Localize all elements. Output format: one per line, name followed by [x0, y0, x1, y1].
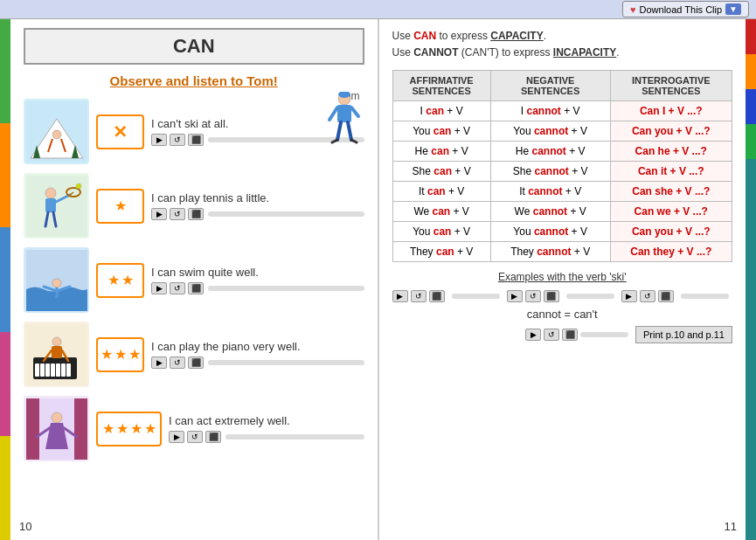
svg-rect-34: [45, 363, 50, 377]
int-5: Can she + V ...?: [610, 182, 732, 202]
grammar-table: AFFIRMATIVESENTENCES NEGATIVESENTENCES I…: [392, 70, 733, 262]
indicator-blue: [0, 227, 10, 331]
usage-line2: Use CANNOT (CAN'T) to express INCAPACITY…: [392, 45, 733, 61]
replay-btn-ex2[interactable]: ↺: [525, 290, 541, 302]
int-4: Can it + V ...?: [610, 162, 732, 182]
svg-rect-32: [35, 363, 39, 377]
print-row: ▶ ↺ ⬛ Print p.10 and p.11: [392, 326, 733, 343]
audio-controls-1: ▶ ↺ ⬛: [392, 290, 445, 302]
right-indicators: [746, 19, 756, 540]
pause-btn-act[interactable]: ⬛: [205, 431, 221, 443]
neg-1: I cannot + V: [490, 101, 610, 121]
aff-1: I can + V: [392, 101, 490, 121]
progress-piano: [208, 360, 364, 365]
audio-row-1: ▶ ↺ ⬛ ▶ ↺ ⬛ ▶ ↺ ⬛: [392, 290, 733, 302]
play-btn-ex1[interactable]: ▶: [392, 290, 408, 302]
replay-btn-swim[interactable]: ↺: [170, 282, 185, 294]
usage-text: Use CAN to express CAPACITY. Use CANNOT …: [392, 28, 733, 61]
examples-link[interactable]: Examples with the verb 'ski': [392, 271, 733, 283]
play-btn-cant[interactable]: ▶: [525, 329, 541, 341]
activity-image-tennis: [24, 173, 89, 239]
play-btn-ski[interactable]: ▶: [151, 134, 167, 146]
header-affirmative: AFFIRMATIVESENTENCES: [392, 71, 490, 101]
indicator-right-red: [746, 19, 756, 54]
indicator-right-green: [746, 124, 756, 159]
replay-btn-piano[interactable]: ↺: [170, 357, 185, 369]
svg-rect-2: [337, 105, 351, 122]
pause-btn-ski[interactable]: ⬛: [188, 134, 204, 146]
replay-btn-ski[interactable]: ↺: [170, 134, 185, 146]
audio-controls-cant: ▶ ↺ ⬛: [525, 329, 628, 341]
stars-box-tennis: ★: [96, 189, 144, 224]
activity-text-swim: I can swim quite well. ▶ ↺ ⬛: [151, 266, 364, 294]
neg-7: You cannot + V: [490, 222, 610, 242]
progress-swim: [208, 286, 364, 291]
controls-piano: ▶ ↺ ⬛: [151, 357, 364, 369]
aff-3: He can + V: [392, 142, 490, 162]
word-capacity: CAPACITY: [490, 30, 543, 42]
indicator-right-blue: [746, 89, 756, 124]
neg-8: They cannot + V: [490, 242, 610, 262]
play-btn-ex3[interactable]: ▶: [621, 290, 637, 302]
svg-line-6: [348, 122, 351, 140]
play-btn-ex2[interactable]: ▶: [507, 290, 523, 302]
play-btn-act[interactable]: ▶: [169, 431, 184, 443]
controls-act: ▶ ↺ ⬛: [169, 431, 364, 443]
star-act-3: ★: [130, 420, 142, 437]
audio-controls-3: ▶ ↺ ⬛: [621, 290, 674, 302]
replay-btn-ex1[interactable]: ↺: [411, 290, 427, 302]
pause-btn-cant[interactable]: ⬛: [562, 329, 578, 341]
sentence-piano: I can play the piano very well.: [151, 340, 364, 353]
word-cannot-1: CANNOT: [413, 46, 458, 59]
left-page: CAN Observe and listen to Tom! Tom: [10, 19, 379, 540]
book: CAN Observe and listen to Tom! Tom: [10, 19, 746, 540]
aff-4: She can + V: [392, 162, 490, 182]
stars-box-swim: ★ ★: [96, 263, 144, 298]
play-btn-tennis[interactable]: ▶: [151, 208, 167, 220]
word-can-1: CAN: [413, 30, 436, 42]
star-act-2: ★: [116, 420, 128, 437]
pause-btn-swim[interactable]: ⬛: [188, 282, 204, 294]
svg-point-17: [45, 188, 56, 198]
activity-image-act: [24, 396, 89, 461]
svg-rect-40: [52, 346, 62, 358]
controls-tennis: ▶ ↺ ⬛: [151, 208, 364, 220]
indicator-pink: [0, 332, 10, 436]
replay-btn-act[interactable]: ↺: [187, 431, 203, 443]
svg-rect-45: [74, 398, 87, 460]
download-button[interactable]: ♥ Download This Clip ▼: [622, 1, 749, 17]
replay-btn-tennis[interactable]: ↺: [170, 208, 185, 220]
int-7: Can you + V ...?: [610, 222, 732, 242]
svg-rect-33: [40, 363, 45, 377]
activity-image-piano: [24, 322, 89, 387]
tom-figure: [325, 92, 364, 153]
activity-row-ski: ✕ I can't ski at all. ▶ ↺ ⬛: [24, 99, 364, 164]
pause-btn-piano[interactable]: ⬛: [188, 357, 204, 369]
svg-point-39: [52, 337, 61, 346]
svg-point-13: [52, 130, 61, 139]
play-btn-piano[interactable]: ▶: [151, 357, 167, 369]
audio-bar-1: [452, 294, 500, 299]
table-row: He can + V He cannot + V Can he + V ...?: [392, 142, 732, 162]
download-label: Download This Clip: [640, 4, 723, 15]
pause-btn-tennis[interactable]: ⬛: [188, 208, 204, 220]
star-piano-3: ★: [128, 346, 141, 363]
sentence-tennis: I can play tennis a little.: [151, 191, 364, 204]
star-x-ski: ✕: [113, 121, 128, 142]
pause-btn-ex3[interactable]: ⬛: [658, 290, 674, 302]
controls-swim: ▶ ↺ ⬛: [151, 282, 364, 294]
activity-row-swim: ★ ★ I can swim quite well. ▶ ↺ ⬛: [24, 247, 364, 313]
aff-2: You can + V: [392, 121, 490, 142]
replay-btn-cant[interactable]: ↺: [544, 329, 559, 341]
pause-btn-ex2[interactable]: ⬛: [544, 290, 559, 302]
replay-btn-ex3[interactable]: ↺: [640, 290, 655, 302]
print-button[interactable]: Print p.10 and p.11: [635, 326, 732, 343]
activity-image-swim: [24, 247, 89, 313]
table-row: I can + V I cannot + V Can I + V ...?: [392, 101, 732, 121]
header-interrogative: INTERROGATIVESENTENCES: [610, 71, 732, 101]
activity-row-piano: ★ ★ ★ I can play the piano very well. ▶ …: [24, 322, 364, 387]
table-row: It can + V It cannot + V Can she + V ...…: [392, 182, 732, 202]
pause-btn-ex1[interactable]: ⬛: [429, 290, 445, 302]
play-btn-swim[interactable]: ▶: [151, 282, 167, 294]
neg-5: It cannot + V: [490, 182, 610, 202]
